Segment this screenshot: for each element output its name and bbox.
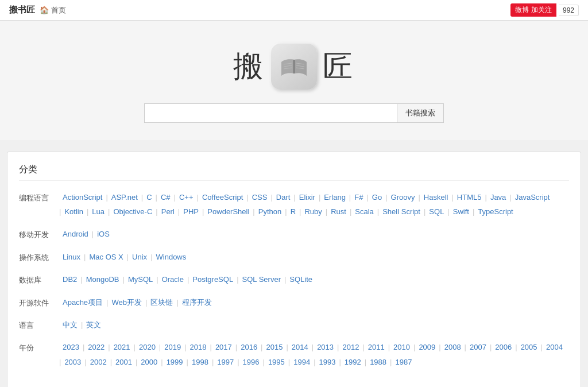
- category-link[interactable]: 2000: [137, 358, 161, 366]
- link-item: |CoffeeScript: [197, 190, 247, 204]
- weibo-follow-button[interactable]: 微博 加关注: [510, 3, 556, 17]
- category-link[interactable]: 1998: [188, 358, 212, 366]
- category-link[interactable]: DB2: [59, 275, 80, 284]
- category-link[interactable]: C++: [176, 193, 197, 202]
- category-link[interactable]: Haskell: [420, 193, 452, 202]
- category-link[interactable]: iOS: [94, 230, 113, 238]
- category-link[interactable]: 1997: [214, 358, 237, 366]
- category-link[interactable]: Python: [255, 207, 285, 216]
- category-link[interactable]: JavaScript: [512, 193, 554, 202]
- category-link[interactable]: Oracle: [158, 275, 187, 284]
- category-link[interactable]: 2003: [61, 358, 84, 366]
- category-link[interactable]: Scala: [351, 207, 377, 216]
- category-link[interactable]: Lua: [88, 207, 108, 216]
- category-link[interactable]: Dart: [273, 193, 294, 202]
- category-link[interactable]: 1992: [341, 358, 365, 366]
- link-item: |1999: [161, 355, 186, 369]
- category-link[interactable]: 2004: [543, 343, 566, 351]
- category-link[interactable]: 英文: [83, 320, 105, 329]
- category-link[interactable]: Groovy: [388, 193, 419, 202]
- category-link[interactable]: Perl: [158, 207, 178, 216]
- category-link[interactable]: 区块链: [147, 298, 176, 307]
- category-link[interactable]: PHP: [180, 207, 202, 216]
- category-link[interactable]: 2013: [314, 343, 337, 351]
- category-link[interactable]: 2021: [110, 343, 134, 351]
- category-link[interactable]: 2023: [59, 343, 83, 351]
- category-link[interactable]: Apache项目: [59, 298, 106, 307]
- home-link[interactable]: 🏠 首页: [40, 5, 66, 16]
- category-link[interactable]: Shell Script: [379, 207, 424, 216]
- category-link[interactable]: Java: [487, 193, 509, 202]
- category-link[interactable]: Ruby: [301, 207, 325, 216]
- category-link[interactable]: 2009: [415, 343, 439, 351]
- category-link[interactable]: 2015: [263, 343, 287, 351]
- category-link[interactable]: 程序开发: [179, 298, 215, 307]
- category-link[interactable]: CoffeeScript: [199, 193, 246, 202]
- category-link[interactable]: SQL Server: [239, 275, 284, 284]
- category-link[interactable]: Linux: [59, 253, 84, 261]
- category-link[interactable]: Elixir: [296, 193, 319, 202]
- link-item: |Python: [253, 204, 285, 219]
- category-link[interactable]: Objective-C: [110, 207, 156, 216]
- category-link[interactable]: 2006: [492, 343, 515, 351]
- category-link[interactable]: 2011: [365, 343, 388, 351]
- category-link[interactable]: ASP.net: [108, 193, 141, 202]
- category-link[interactable]: 1995: [265, 358, 288, 366]
- category-link[interactable]: PostgreSQL: [189, 275, 237, 284]
- category-link[interactable]: 2001: [112, 358, 136, 366]
- link-item: ActionScript: [59, 190, 106, 204]
- search-button[interactable]: 书籍搜索: [397, 103, 444, 123]
- category-link[interactable]: 1987: [392, 358, 415, 366]
- category-link[interactable]: PowderShell: [204, 207, 253, 216]
- category-link[interactable]: Swift: [450, 207, 473, 216]
- search-input[interactable]: [144, 103, 397, 123]
- category-link[interactable]: 2020: [136, 343, 159, 351]
- category-link[interactable]: Unix: [129, 253, 150, 261]
- category-link[interactable]: Go: [369, 193, 385, 202]
- category-link[interactable]: C: [143, 193, 155, 202]
- category-link[interactable]: 1993: [316, 358, 339, 366]
- category-link[interactable]: Kotlin: [61, 207, 87, 216]
- category-link[interactable]: 2017: [212, 343, 235, 351]
- category-link[interactable]: SQL: [425, 207, 447, 216]
- category-link[interactable]: Windows: [153, 253, 190, 261]
- category-link[interactable]: Web开发: [108, 298, 145, 307]
- link-item: |2018: [184, 340, 210, 354]
- category-link[interactable]: 1988: [366, 358, 390, 366]
- category-link[interactable]: 2022: [84, 343, 108, 351]
- category-link[interactable]: MongoDB: [83, 275, 123, 284]
- category-link[interactable]: CSS: [249, 193, 271, 202]
- category-link[interactable]: C#: [157, 193, 174, 202]
- category-row: 操作系统Linux|Mac OS X|Unix|Windows: [19, 250, 569, 264]
- category-links: ActionScript|ASP.net|C|C#|C++|CoffeeScri…: [59, 190, 569, 219]
- category-link[interactable]: 2005: [517, 343, 541, 351]
- category-link[interactable]: 2012: [339, 343, 362, 351]
- category-link[interactable]: 2018: [187, 343, 210, 351]
- link-item: |区块链: [145, 295, 176, 309]
- category-link[interactable]: 1999: [163, 358, 187, 366]
- category-link[interactable]: HTML5: [454, 193, 485, 202]
- link-item: |1998: [187, 355, 212, 369]
- category-link[interactable]: ActionScript: [59, 193, 106, 202]
- category-link[interactable]: 2007: [466, 343, 490, 351]
- category-link[interactable]: SQLite: [286, 275, 316, 284]
- category-link[interactable]: 2019: [161, 343, 184, 351]
- category-link[interactable]: F#: [351, 193, 366, 202]
- category-link[interactable]: Android: [59, 230, 92, 238]
- category-link[interactable]: 2010: [390, 343, 413, 351]
- category-link[interactable]: 2014: [288, 343, 312, 351]
- category-link[interactable]: Rust: [327, 207, 350, 216]
- home-label: 首页: [51, 5, 66, 16]
- category-link[interactable]: 1994: [290, 358, 314, 366]
- category-link[interactable]: 1996: [239, 358, 263, 366]
- category-link[interactable]: R: [287, 207, 299, 216]
- link-item: |SQLite: [284, 272, 316, 287]
- category-link[interactable]: 2008: [441, 343, 465, 351]
- category-link[interactable]: 2002: [87, 358, 110, 366]
- category-link[interactable]: 2016: [237, 343, 261, 351]
- category-link[interactable]: MySQL: [125, 275, 156, 284]
- category-link[interactable]: Mac OS X: [86, 253, 126, 261]
- category-link[interactable]: 中文: [59, 320, 81, 329]
- category-link[interactable]: TypeScript: [474, 207, 516, 216]
- category-link[interactable]: Erlang: [320, 193, 349, 202]
